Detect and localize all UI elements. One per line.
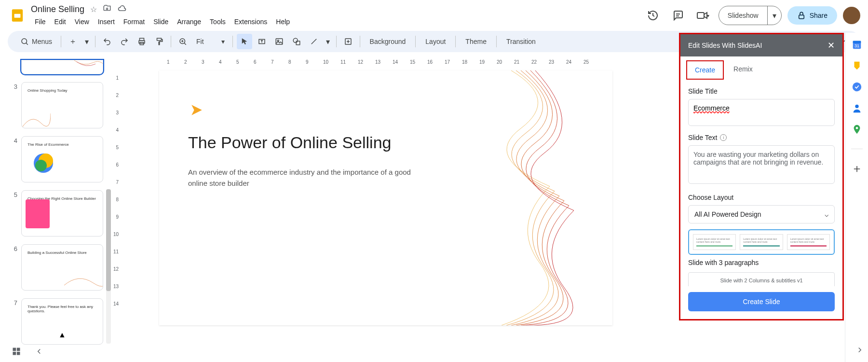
right-rail: 31 ＋ — [845, 33, 868, 362]
svg-rect-5 — [799, 15, 804, 19]
menu-file[interactable]: File — [31, 16, 50, 28]
slide-thumb[interactable]: Building a Successful Online Store — [21, 244, 103, 291]
calendar-icon[interactable]: 31 — [851, 39, 863, 50]
slide-text-input[interactable] — [688, 145, 835, 184]
svg-point-25 — [855, 127, 858, 129]
menu-arrange[interactable]: Arrange — [173, 16, 205, 28]
line-dropdown[interactable]: ▾ — [324, 34, 332, 49]
document-title[interactable]: Online Selling — [31, 4, 84, 14]
layout-select[interactable]: All AI Powered Design ⌵ — [688, 205, 835, 223]
undo-button[interactable] — [99, 34, 115, 49]
svg-point-24 — [855, 105, 858, 108]
tab-remix[interactable]: Remix — [726, 60, 760, 80]
slide-title[interactable]: The Power of Online Selling — [188, 133, 391, 152]
svg-point-19 — [35, 160, 47, 171]
paint-format-button[interactable] — [151, 34, 167, 49]
svg-rect-1 — [14, 14, 21, 18]
svg-rect-26 — [13, 348, 16, 351]
slide-thumb[interactable]: Choosing the Right Online Store Builder — [21, 190, 103, 237]
slide-thumb[interactable]: Thank you. Please feel free to ask any q… — [21, 298, 103, 345]
select-tool[interactable] — [237, 34, 252, 49]
share-button[interactable]: Share — [787, 6, 837, 25]
svg-point-14 — [293, 38, 298, 42]
slide-subtitle[interactable]: An overview of the ecommerce industry an… — [188, 167, 429, 189]
search-menus[interactable]: Menus — [15, 34, 57, 49]
slide-thumb[interactable]: The Rise of Ecommerce — [21, 136, 103, 182]
grid-view-icon[interactable] — [12, 347, 21, 358]
tasks-icon[interactable] — [851, 81, 863, 93]
menu-help[interactable]: Help — [272, 16, 294, 28]
menu-view[interactable]: View — [71, 16, 93, 28]
svg-rect-27 — [17, 348, 20, 351]
cloud-status-icon[interactable] — [117, 3, 127, 15]
redo-button[interactable] — [117, 34, 132, 49]
svg-rect-29 — [17, 352, 20, 355]
close-icon[interactable]: ✕ — [827, 40, 835, 51]
slide-title-input[interactable]: Ecommerce — [688, 99, 835, 126]
menu-edit[interactable]: Edit — [51, 16, 70, 28]
svg-rect-4 — [697, 13, 704, 18]
slide-logo-icon — [188, 101, 205, 121]
new-slide-button[interactable]: ＋ — [65, 34, 81, 49]
slide-canvas[interactable]: The Power of Online Selling An overview … — [159, 70, 612, 325]
zoom-button[interactable] — [175, 34, 190, 49]
create-slide-button[interactable]: Create Slide — [688, 292, 835, 311]
slide-title-label: Slide Title — [688, 87, 835, 95]
menu-insert[interactable]: Insert — [94, 16, 119, 28]
svg-rect-15 — [296, 41, 300, 45]
meet-icon[interactable]: ▾ — [693, 6, 713, 25]
tab-create[interactable]: Create — [686, 60, 724, 80]
move-icon[interactable] — [103, 4, 111, 14]
comment-tool[interactable] — [340, 34, 356, 49]
filmstrip: 3 Online Shopping Today 4 The Rise of Ec… — [0, 56, 111, 346]
svg-rect-12 — [276, 39, 283, 44]
print-button[interactable] — [134, 34, 149, 49]
prev-slide-button[interactable] — [35, 347, 43, 358]
menu-tools[interactable]: Tools — [206, 16, 230, 28]
panel-title: Edit Slides With SlidesAI — [688, 42, 762, 49]
layout-item-2columns[interactable]: Slide with 2 Columns & subtitles v1 — [688, 272, 835, 286]
star-icon[interactable]: ☆ — [90, 5, 97, 14]
menu-extensions[interactable]: Extensions — [231, 16, 271, 28]
contacts-icon[interactable] — [851, 102, 863, 114]
slides-logo[interactable] — [8, 6, 27, 25]
add-icon[interactable]: ＋ — [851, 163, 863, 174]
menu-format[interactable]: Format — [120, 16, 149, 28]
svg-point-23 — [852, 83, 861, 91]
menu-slide[interactable]: Slide — [149, 16, 172, 28]
background-button[interactable]: Background — [364, 38, 412, 45]
theme-button[interactable]: Theme — [460, 38, 492, 45]
filmstrip-scrollbar[interactable] — [106, 189, 111, 344]
chevron-down-icon: ⌵ — [825, 210, 828, 218]
slide-thumb[interactable]: Online Shopping Today — [21, 82, 103, 128]
maps-icon[interactable] — [851, 124, 863, 135]
slidesai-panel: Edit Slides With SlidesAI ✕ Create Remix… — [679, 33, 844, 320]
slideshow-button[interactable]: Slideshow — [719, 6, 768, 25]
shape-tool[interactable] — [289, 34, 304, 49]
menu-bar: FileEditViewInsertFormatSlideArrangeTool… — [31, 16, 643, 28]
decorative-wave — [463, 70, 617, 325]
choose-layout-label: Choose Layout — [688, 194, 835, 201]
history-icon[interactable] — [643, 6, 663, 25]
layout-button[interactable]: Layout — [420, 38, 451, 45]
vertical-ruler: 1234567891011121314 — [111, 66, 121, 346]
image-tool[interactable] — [271, 34, 287, 49]
new-slide-dropdown[interactable]: ▾ — [82, 34, 91, 49]
user-avatar[interactable] — [843, 7, 860, 24]
slide-text-label: Slide Text — [688, 134, 717, 141]
slide-thumb[interactable] — [21, 60, 103, 74]
textbox-tool[interactable] — [254, 34, 270, 49]
info-icon[interactable]: i — [720, 134, 727, 141]
slideshow-dropdown[interactable]: ▾ — [768, 11, 781, 20]
svg-rect-28 — [13, 352, 16, 355]
layout-preview-3paragraphs[interactable]: Lorem ipsum dolor sit amet text content … — [688, 229, 835, 255]
next-rail-button[interactable] — [855, 346, 864, 356]
svg-point-6 — [22, 39, 27, 44]
transition-button[interactable]: Transition — [501, 38, 542, 45]
line-tool[interactable] — [306, 34, 322, 49]
keep-icon[interactable] — [851, 60, 863, 71]
share-label: Share — [810, 12, 827, 19]
svg-text:31: 31 — [854, 43, 859, 48]
comments-icon[interactable] — [668, 6, 688, 25]
zoom-select[interactable]: Fit ▾ — [192, 34, 229, 49]
